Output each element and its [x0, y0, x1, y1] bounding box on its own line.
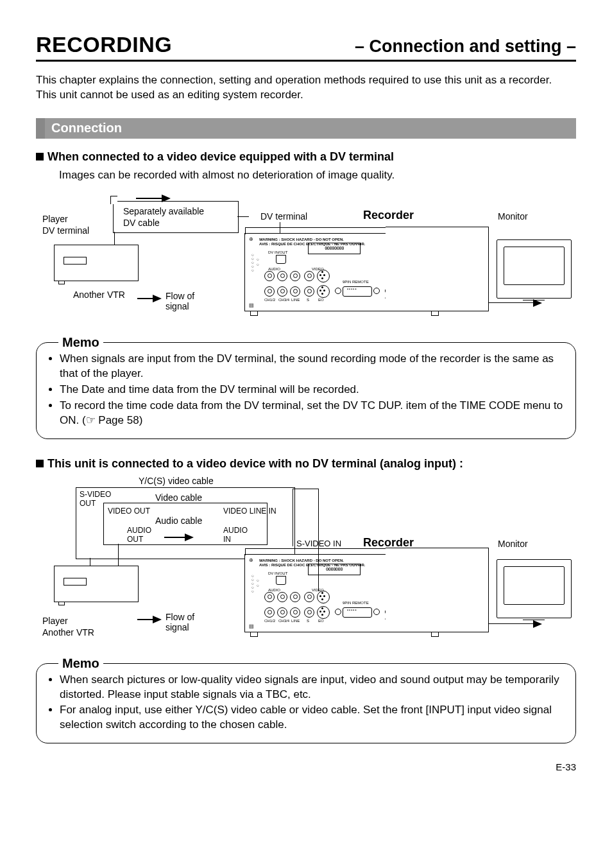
page-number: E-33 — [36, 761, 576, 772]
memo1-item0: When signals are input from the DV termi… — [60, 352, 565, 381]
section-bar-connection: Connection — [36, 118, 576, 139]
intro-block: This chapter explains the connection, se… — [36, 73, 576, 103]
screw-icon — [373, 609, 380, 615]
svideo-out-lbl1: S-VIDEO — [80, 490, 111, 499]
line — [293, 489, 293, 546]
screw-icon — [335, 288, 341, 294]
eolbl: EO — [318, 298, 324, 302]
ch12: CH1/2 — [264, 298, 275, 302]
jack-icon — [264, 607, 275, 618]
flow-label2: signal — [166, 301, 189, 311]
memo1-item2: To record the time code data from the DV… — [60, 399, 565, 428]
line — [293, 489, 318, 489]
cable-text1: Separately available — [123, 206, 204, 216]
svideo-icon — [317, 270, 330, 282]
jack-icon — [304, 271, 314, 281]
line — [488, 302, 536, 303]
memo2-item1: For analog input, use either Y/C(S) vide… — [60, 703, 565, 733]
ninepin-lbl-b: 9PIN REMOTE — [343, 601, 369, 605]
dv-label: DV IN/OUT — [268, 250, 287, 254]
memo-title-1: Memo — [58, 334, 103, 351]
sub-paragraph-1: Images can be recorded with almost no de… — [59, 169, 576, 182]
ch12b: CH1/2 — [264, 619, 275, 623]
diagram-dv-connection: Player DV terminal Another VTR Separatel… — [36, 193, 576, 328]
warn-label-b: WARNING : SHOCK HAZARD - DO NOT OPEN. — [259, 559, 344, 562]
line — [164, 537, 185, 538]
monitor-box2 — [497, 559, 572, 618]
another-vtr-label: Another VTR — [73, 290, 125, 300]
video-out-lbl: VIDEO OUT — [108, 507, 150, 516]
jack-icon — [264, 592, 275, 602]
dv-port-icon — [276, 576, 286, 585]
nine-pin-icon — [343, 607, 372, 618]
slbl: S — [307, 298, 309, 302]
square-bullet-icon — [36, 460, 44, 467]
jack-icon — [277, 271, 287, 281]
ch34b: CH3/4 — [278, 619, 289, 623]
recorder-side-box2 — [386, 548, 489, 632]
recorder-side-box — [386, 227, 489, 311]
screw-icon — [335, 609, 341, 615]
arrow-icon — [153, 295, 162, 302]
linelblb: LINE — [291, 619, 300, 623]
arrow-icon — [533, 620, 542, 628]
audio-in-lbl1: AUDIO — [223, 526, 248, 535]
jack-icon — [304, 592, 314, 602]
sub-heading-2-text: This unit is connected to a video device… — [47, 457, 463, 470]
memo2-item0: When search pictures or low-quality vide… — [60, 673, 565, 702]
audio-lbl: AUDIO — [268, 267, 280, 271]
line — [488, 623, 536, 624]
dv-terminal-top-label: DV terminal — [260, 211, 307, 221]
arrow-icon — [162, 195, 171, 202]
line — [237, 216, 249, 217]
recorder-label: Recorder — [363, 209, 414, 222]
svideo-icon — [317, 591, 330, 603]
audio-cable-lbl: Audio cable — [155, 516, 202, 526]
screw-icon — [373, 288, 380, 294]
recorder-display2: 0000000 — [308, 564, 361, 575]
video-line-in-lbl: VIDEO LINE IN — [223, 507, 276, 516]
player-vtr-box — [54, 566, 139, 602]
line — [318, 489, 319, 591]
memo1-item1: The Date and time data from the DV termi… — [60, 383, 565, 397]
flow-label1: Flow of — [166, 291, 194, 301]
audio-lbl-b: AUDIO — [268, 588, 280, 592]
ninepin-lbl: 9PIN REMOTE — [343, 280, 369, 284]
intro-p2: This unit cannot be used as an editing s… — [36, 88, 576, 103]
flow-label2b: signal — [166, 622, 189, 632]
svideo-icon — [317, 606, 330, 619]
arrow-icon — [185, 534, 194, 541]
player-vtr-box — [54, 245, 139, 281]
audio-out-lbl2: OUT — [127, 535, 143, 544]
linelbl: LINE — [291, 298, 300, 302]
nine-pin-icon — [343, 286, 372, 297]
monitor-label2: Monitor — [498, 539, 528, 549]
jack-icon — [290, 607, 300, 618]
svideo-icon — [317, 285, 330, 298]
jack-icon — [304, 607, 314, 618]
jack-icon — [277, 592, 287, 602]
line — [137, 619, 153, 620]
diagram-analog-connection: Player Another VTR Y/C(S) video cable S-… — [36, 476, 576, 649]
cable-text2: DV cable — [123, 218, 160, 228]
jack-icon — [290, 592, 300, 602]
jack-icon — [290, 271, 300, 281]
intro-p1: This chapter explains the connection, se… — [36, 73, 576, 88]
square-bullet-icon — [36, 153, 44, 161]
svideo-out-lbl2: OUT — [80, 499, 96, 508]
dv-label-b: DV IN/OUT — [268, 571, 287, 575]
sub-heading-1-text: When connected to a video device equippe… — [47, 150, 394, 163]
memo-box-2: Memo When search pictures or low-quality… — [36, 663, 576, 744]
jack-icon — [304, 286, 314, 297]
player-dv-label: DV terminal — [42, 225, 89, 236]
page-title-right: – Connection and setting – — [355, 37, 576, 56]
audio-out-lbl1: AUDIO — [127, 526, 151, 535]
line — [136, 198, 162, 199]
line — [114, 232, 115, 245]
flow-label1b: Flow of — [166, 612, 194, 622]
audio-in-lbl2: IN — [223, 535, 231, 544]
jack-icon — [290, 286, 300, 297]
cable-box-notch — [110, 196, 117, 204]
player-label: Player — [42, 214, 68, 224]
jack-icon — [264, 286, 275, 297]
